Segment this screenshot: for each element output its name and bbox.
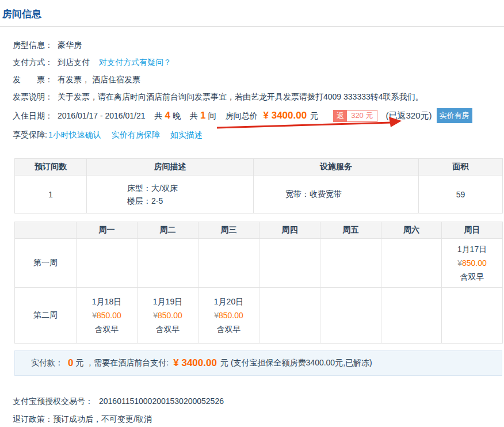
alipay-transaction-row: 支付宝预授权交易号： 2016011510002001530200052526: [13, 395, 504, 407]
price-value: 850.00: [97, 311, 121, 320]
price-value: 850.00: [158, 311, 182, 320]
footer-section: 支付宝预授权交易号： 2016011510002001530200052526 …: [0, 395, 504, 425]
price-value: 850.00: [462, 258, 487, 268]
total-price-unit: 元: [310, 110, 318, 121]
day-meal: 含双早: [442, 270, 502, 284]
room-description-cell: 床型：大/双床 楼层：2-5: [87, 176, 254, 214]
currency-symbol: ¥: [457, 258, 462, 268]
guarantee-row: 享受保障: 1小时快速确认 实价有房保障 如实描述: [13, 129, 504, 140]
payment-question-link[interactable]: 对支付方式有疑问？: [99, 56, 171, 68]
area-cell: 59: [419, 176, 503, 214]
day-cell-content: 1月20日 ¥850.00 含双早: [198, 295, 259, 336]
week-row-2: 第二周 1月18日 ¥850.00 含双早 1月19日 ¥850.00 含双早 …: [15, 288, 503, 344]
day-date: 1月19日: [138, 295, 198, 308]
week-row-1-label: 第一周: [15, 239, 77, 288]
guarantee-link-honest-desc[interactable]: 如实描述: [170, 129, 203, 140]
room-table-row: 1 床型：大/双床 楼层：2-5 宽带：收费宽带 59: [15, 176, 503, 214]
week-header-sat: 周六: [381, 222, 442, 239]
payment-summary-bar: 实付款： 0 元 ，需要在酒店前台支付: ¥ 3400.00 元 (支付宝担保全…: [14, 350, 502, 376]
day-cell-content: 1月17日 ¥850.00 含双早: [442, 242, 502, 284]
day-cell-empty: [259, 288, 320, 344]
week-table-header-row: 周一 周二 周三 周四 周五 周六 周日: [15, 222, 503, 239]
week-header-sun: 周日: [442, 222, 503, 239]
rooms-suffix: 间: [208, 110, 216, 121]
week-header-fri: 周五: [320, 222, 381, 239]
day-cell-empty: [259, 239, 320, 288]
room-count-cell: 1: [15, 176, 87, 214]
invoice-value: 有发票， 酒店住宿发票: [58, 74, 140, 85]
due-unit: 元: [220, 358, 228, 368]
day-cell-empty: [77, 239, 138, 288]
due-amount: ¥ 3400.00: [173, 357, 217, 369]
refund-policy-value: 预订成功后，不可变更/取消: [53, 413, 152, 425]
room-table-header-count: 预订间数: [15, 159, 87, 176]
alipay-transaction-number: 2016011510002001530200052526: [99, 395, 224, 407]
currency-symbol: ¥: [153, 311, 158, 320]
room-type-label: 房型信息：: [13, 39, 53, 51]
payment-method-label: 支付方式：: [13, 56, 53, 68]
day-meal: 含双早: [198, 322, 259, 336]
day-date: 1月20日: [198, 295, 259, 308]
page-title: 房间信息: [0, 0, 504, 26]
checkin-dates-row: 入住日期： 2016/01/17 - 2016/01/21 共 4 晚 共 1 …: [13, 108, 504, 123]
day-cell-empty: [381, 239, 442, 288]
pay-at-hotel-text: 元 ，需要在酒店前台支付:: [75, 358, 169, 368]
day-cell-jan18: 1月18日 ¥850.00 含双早: [77, 288, 138, 344]
checkin-dates-label: 入住日期：: [13, 110, 53, 121]
room-table-header-description: 房间描述: [87, 159, 254, 176]
week-row-2-label: 第二周: [15, 288, 77, 344]
rebate-amount: 320 元: [347, 109, 377, 123]
day-cell-jan19: 1月19日 ¥850.00 含双早: [138, 288, 198, 344]
invoice-note-row: 发票说明： 关于发票，请在离店时向酒店前台询问发票事宜，若由艺龙开具发票请拨打4…: [13, 91, 504, 102]
alipay-transaction-label: 支付宝预授权交易号：: [13, 395, 93, 407]
payment-method-row: 支付方式： 到店支付 对支付方式有疑问？: [13, 56, 504, 68]
invoice-note-label: 发票说明：: [13, 91, 53, 102]
room-info-section: 房型信息： 豪华房 支付方式： 到店支付 对支付方式有疑问？ 发 票： 有发票，…: [0, 27, 504, 140]
day-cell-jan17: 1月17日 ¥850.00 含双早: [442, 239, 503, 288]
refund-policy-row: 退订政策： 预订成功后，不可变更/取消: [13, 413, 504, 425]
room-table-header-area: 面积: [419, 159, 503, 176]
guarantee-link-real-price[interactable]: 实价有房保障: [112, 129, 160, 140]
nights-count: 4: [165, 110, 170, 121]
room-table-header-facilities: 设施服务: [254, 159, 419, 176]
total-price-value: ¥ 3400.00: [264, 110, 307, 121]
rebate-badge: 返320 元: [333, 110, 377, 122]
week-header-thu: 周四: [259, 222, 320, 239]
day-cell-empty: [442, 288, 503, 344]
alipay-guarantee-note: (支付宝担保全额房费3400.00元,已解冻): [231, 358, 372, 368]
day-date: 1月17日: [442, 242, 502, 256]
room-table-header-row: 预订间数 房间描述 设施服务 面积: [15, 159, 503, 176]
day-cell-empty: [320, 239, 381, 288]
floor: 楼层：2-5: [127, 195, 253, 207]
day-cell-empty: [320, 288, 381, 344]
room-type-row: 房型信息： 豪华房: [13, 39, 504, 51]
day-cell-content: 1月18日 ¥850.00 含双早: [77, 295, 137, 336]
day-cell-empty: [198, 239, 259, 288]
rooms-count: 1: [200, 110, 205, 121]
payment-method-value: 到店支付: [58, 56, 90, 68]
invoice-row: 发 票： 有发票， 酒店住宿发票: [13, 74, 504, 85]
day-cell-content: 1月19日 ¥850.00 含双早: [138, 295, 198, 336]
day-price: ¥850.00: [198, 308, 259, 322]
availability-badge: 实价有房: [437, 108, 472, 123]
room-type-value: 豪华房: [58, 39, 82, 51]
week-header-tue: 周二: [138, 222, 198, 239]
nights-prefix: 共: [155, 110, 163, 121]
date-range: 2016/01/17 - 2016/01/21: [58, 110, 146, 121]
day-cell-empty: [381, 288, 442, 344]
day-meal: 含双早: [77, 322, 137, 336]
week-header-empty: [15, 222, 77, 239]
refund-policy-label: 退订政策：: [13, 413, 53, 425]
invoice-label: 发 票：: [13, 74, 53, 85]
facility-cell: 宽带：收费宽带: [254, 176, 419, 214]
day-price: ¥850.00: [77, 308, 137, 322]
currency-symbol: ¥: [92, 311, 97, 320]
day-meal: 含双早: [138, 322, 198, 336]
currency-symbol: ¥: [214, 311, 219, 320]
paid-label: 实付款：: [31, 358, 63, 368]
rebate-tag: 返: [334, 110, 347, 121]
week-header-mon: 周一: [77, 222, 138, 239]
day-price: ¥850.00: [138, 308, 198, 322]
guarantee-link-fast-confirm[interactable]: 1小时快速确认: [48, 129, 101, 140]
paid-amount: 0: [68, 357, 73, 369]
